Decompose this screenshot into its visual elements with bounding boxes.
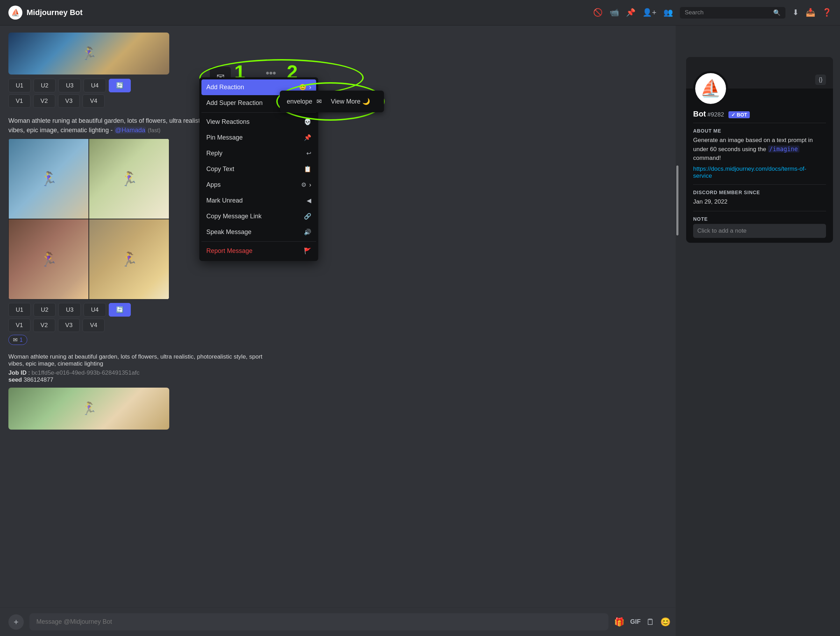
note-input[interactable]: Click to add a note [693, 224, 826, 238]
context-menu-speak-message[interactable]: Speak Message 🔊 [201, 224, 316, 240]
camera-off-icon[interactable]: 🚫 [593, 8, 603, 17]
profile-link[interactable]: https://docs.midjourney.com/docs/terms-o… [693, 166, 807, 179]
v4-button-1[interactable]: V4 [82, 95, 104, 108]
input-bar: + 🎁 GIF 🗒 😊 [0, 607, 679, 636]
v1-button-1[interactable]: V1 [8, 95, 30, 108]
mention-hamada: @Hamada [114, 127, 146, 134]
action-buttons-u2: U1 U2 U3 U4 🔄 [8, 303, 671, 316]
u1-button-2[interactable]: U1 [8, 303, 31, 316]
super-reaction-left: Add Super Reaction [206, 100, 263, 107]
pin-message-icon: 📌 [304, 134, 311, 141]
video-icon[interactable]: 📹 [609, 8, 619, 17]
profile-member-since: DISCORD MEMBER SINCE Jan 29, 2022 [686, 185, 833, 211]
gif-icon[interactable]: GIF [630, 618, 641, 625]
message-block-2: Woman athlete runing at beautiful garden… [8, 116, 671, 345]
profile-name-row: Bot #9282 ✓ BOT [686, 106, 833, 119]
message-input[interactable] [29, 613, 608, 630]
job-id-colon: : [28, 369, 32, 376]
image-cell-3: 🏃‍♀️ [8, 219, 89, 299]
view-more-button[interactable]: View More 🌙 [326, 94, 377, 109]
u2-button-1[interactable]: U2 [33, 79, 56, 92]
search-placeholder: Search [685, 9, 704, 16]
apps-arrow: › [309, 181, 311, 188]
message-text-2: Woman athlete runing at beautiful garden… [8, 116, 671, 135]
image-grid-2: 🏃‍♀️ 🏃‍♀️ 🏃‍♀️ 🏃‍♀️ [8, 139, 169, 299]
context-menu-pin-message[interactable]: Pin Message 📌 [201, 130, 316, 146]
context-menu-apps[interactable]: Apps ⚙ › [201, 177, 316, 193]
context-menu-reply[interactable]: Reply ↩ [201, 146, 316, 161]
context-menu-copy-message-link[interactable]: Copy Message Link 🔗 [201, 209, 316, 224]
search-box[interactable]: Search 🔍 [680, 7, 785, 19]
refresh-button-2[interactable]: 🔄 [109, 303, 131, 316]
bot-badge: ✓ BOT [728, 111, 750, 118]
emoji-icon[interactable]: 😊 [660, 617, 671, 627]
v2-button-2[interactable]: V2 [33, 319, 55, 332]
title-bar-right: 🚫 📹 📌 👤+ 👥 Search 🔍 ⬇ 📥 ❓ [593, 7, 832, 19]
inbox-icon[interactable]: 📥 [806, 8, 815, 17]
seed-label: seed [8, 377, 22, 383]
profile-name: Bot [693, 109, 706, 118]
profile-badges: {} [815, 74, 826, 85]
super-reaction-label: Add Super Reaction [206, 100, 263, 107]
job-id-label: Job ID [8, 369, 27, 376]
server-icon: ⛵ [8, 6, 22, 20]
reaction-pill[interactable]: ✉ 1 [8, 335, 27, 345]
apps-right: ⚙ › [301, 181, 311, 188]
u3-button-2[interactable]: U3 [58, 303, 81, 316]
pin-icon[interactable]: 📌 [626, 8, 635, 17]
right-panel: ⛵ {} Bot #9282 ✓ BOT ABOUT ME Generate a… [679, 25, 840, 636]
report-message-icon: 🚩 [304, 247, 311, 255]
member-since-title: DISCORD MEMBER SINCE [693, 190, 826, 195]
speak-message-left: Speak Message [206, 228, 251, 236]
profile-discriminator: #9282 [707, 111, 724, 118]
gift-icon[interactable]: 🎁 [614, 617, 625, 627]
v2-button-1[interactable]: V2 [33, 95, 55, 108]
help-icon[interactable]: ❓ [822, 8, 832, 17]
reply-left: Reply [206, 150, 223, 157]
mark-unread-left: Mark Unread [206, 197, 243, 204]
report-message-label: Report Message [206, 247, 253, 255]
member-list-icon[interactable]: 👥 [663, 8, 673, 17]
scrollbar[interactable] [676, 25, 679, 636]
job-text-1: Woman athlete runing at beautiful garden… [8, 353, 671, 360]
refresh-button-1[interactable]: 🔄 [109, 79, 131, 92]
copy-link-label: Copy Message Link [206, 213, 262, 220]
view-reactions-label: View Reactions [206, 118, 250, 126]
v1-button-2[interactable]: V1 [8, 319, 30, 332]
u3-button-1[interactable]: U3 [58, 79, 81, 92]
seed-value: 386124877 [24, 377, 53, 383]
action-buttons-v2: V1 V2 V3 V4 [8, 319, 671, 332]
u4-button-2[interactable]: U4 [84, 303, 106, 316]
u1-button-1[interactable]: U1 [8, 79, 31, 92]
channel-name: Midjourney Bot [27, 8, 82, 17]
title-bar-left: ⛵ Midjourney Bot [8, 6, 82, 20]
messages-container: 🏃‍♀️ U1 U2 U3 U4 🔄 V1 V2 V3 V4 [0, 25, 679, 607]
about-me-text: Generate an image based on a text prompt… [693, 136, 826, 163]
add-button[interactable]: + [8, 614, 24, 630]
add-reaction-arrow: › [309, 84, 311, 91]
u2-button-2[interactable]: U2 [33, 303, 56, 316]
context-menu-copy-text[interactable]: Copy Text 📋 [201, 161, 316, 177]
view-reactions-left: View Reactions [206, 118, 250, 126]
profile-badge-code: {} [815, 74, 826, 85]
imagine-cmd: /imagine [768, 146, 799, 152]
v3-button-2[interactable]: V3 [58, 319, 80, 332]
bottom-image-partial: 🏃‍♀️ [8, 388, 169, 430]
reply-label: Reply [206, 150, 223, 157]
context-menu-mark-unread[interactable]: Mark Unread ◀ [201, 193, 316, 209]
context-menu-report-message[interactable]: Report Message 🚩 [201, 243, 316, 259]
u4-button-1[interactable]: U4 [84, 79, 106, 92]
mark-unread-label: Mark Unread [206, 197, 243, 204]
fast-badge: (fast) [148, 127, 160, 133]
v4-button-2[interactable]: V4 [82, 319, 104, 332]
search-icon: 🔍 [773, 9, 780, 16]
v3-button-1[interactable]: V3 [58, 95, 80, 108]
about-me-title: ABOUT ME [693, 128, 826, 134]
download-icon[interactable]: ⬇ [793, 8, 799, 17]
reaction-emoji: ✉ [13, 337, 17, 343]
add-member-icon[interactable]: 👤+ [643, 8, 657, 17]
view-more-icon: 🌙 [362, 98, 370, 105]
sticker-icon[interactable]: 🗒 [646, 617, 655, 627]
context-menu-view-reactions[interactable]: View Reactions 💀 [201, 114, 316, 130]
speak-message-icon: 🔊 [304, 228, 311, 236]
